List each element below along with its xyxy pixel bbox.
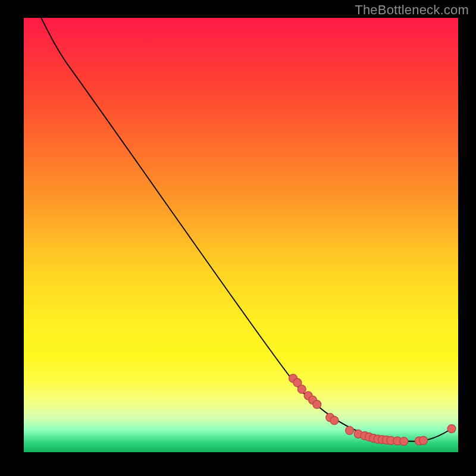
- data-marker: [298, 385, 306, 393]
- data-marker: [346, 427, 354, 435]
- data-marker: [330, 416, 339, 425]
- data-marker: [447, 425, 456, 433]
- plot-area: [24, 18, 458, 452]
- attribution-label: TheBottleneck.com: [355, 2, 469, 18]
- bottleneck-curve: [41, 18, 454, 441]
- data-marker: [419, 436, 428, 444]
- curve-layer: [24, 18, 458, 452]
- data-marker: [313, 400, 321, 409]
- data-markers: [289, 374, 456, 446]
- data-marker: [400, 437, 408, 446]
- chart-stage: TheBottleneck.com: [0, 0, 476, 476]
